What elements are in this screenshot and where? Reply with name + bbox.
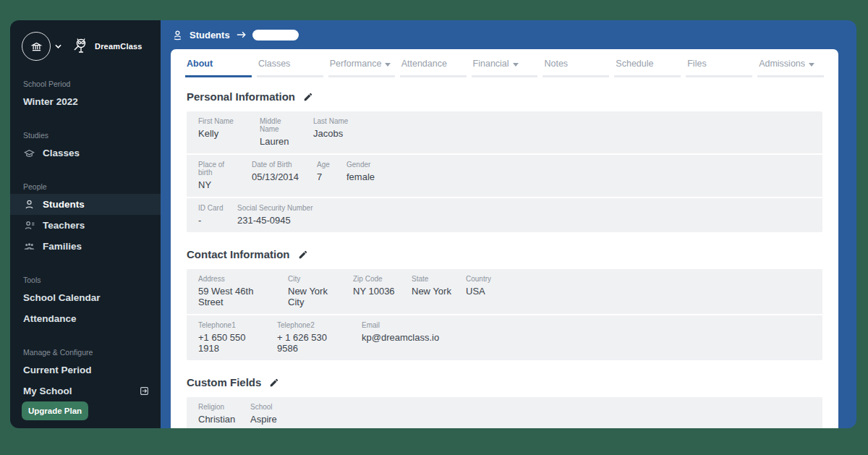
sidebar-item-winter-2022[interactable]: Winter 2022 xyxy=(10,91,161,112)
sidebar-section-school-period: School Period Winter 2022 xyxy=(10,80,161,112)
sidebar-item-my-school[interactable]: My School xyxy=(10,380,161,401)
institution-icon xyxy=(30,41,43,52)
student-icon xyxy=(23,200,35,210)
chevron-down-icon[interactable] xyxy=(55,44,61,48)
section-title: Contact Information xyxy=(187,248,290,260)
tab-files[interactable]: Files xyxy=(686,49,752,77)
teacher-icon xyxy=(23,221,35,230)
panel-row: Address 59 West 46th Street City New Yor… xyxy=(187,269,822,314)
section-label: School Period xyxy=(10,80,161,91)
sidebar-section-tools: Tools School Calendar Attendance xyxy=(10,276,161,329)
sidebar-item-teachers[interactable]: Teachers xyxy=(10,215,161,236)
sidebar-item-label: Classes xyxy=(43,148,80,158)
brand-name: DreamClass xyxy=(95,42,142,51)
breadcrumb: Students xyxy=(161,20,856,49)
sidebar-section-studies: Studies Classes xyxy=(10,131,161,163)
field-place-of-birth: Place of birth NY xyxy=(198,161,252,190)
field-city: City New York City xyxy=(288,275,353,307)
sidebar: DreamClass School Period Winter 2022 Stu… xyxy=(10,20,161,428)
panel-row: Place of birth NY Date of Birth 05/13/20… xyxy=(187,153,822,197)
sidebar-item-current-period[interactable]: Current Period xyxy=(10,360,161,380)
field-age: Age 7 xyxy=(317,161,346,190)
field-id-card: ID Card - xyxy=(198,204,237,226)
desktop-frame: DreamClass School Period Winter 2022 Stu… xyxy=(0,0,868,455)
brand-logo: DreamClass xyxy=(72,37,142,56)
tab-bar: About Classes Performance Attendance Fin… xyxy=(171,49,838,77)
field-ssn: Social Security Number 231-45-0945 xyxy=(237,204,324,226)
arrow-right-icon xyxy=(237,31,246,38)
field-state: State New York xyxy=(412,275,466,307)
tab-classes[interactable]: Classes xyxy=(257,49,323,77)
section-label: People xyxy=(10,182,161,194)
field-religion: Religion Christian xyxy=(198,403,250,425)
tab-attendance[interactable]: Attendance xyxy=(400,49,467,77)
student-name-redacted-pill xyxy=(252,30,299,41)
tab-performance[interactable]: Performance xyxy=(328,49,395,77)
sidebar-item-label: School Calendar xyxy=(23,292,101,303)
field-address: Address 59 West 46th Street xyxy=(198,275,288,307)
field-first-name: First Name Kelly xyxy=(198,117,260,147)
personal-info-panel: First Name Kelly Middle Name Lauren Last… xyxy=(187,111,822,232)
contact-info-panel: Address 59 West 46th Street City New Yor… xyxy=(187,269,822,360)
field-country: Country USA xyxy=(466,275,503,307)
custom-fields-header: Custom Fields xyxy=(187,376,822,388)
field-school: School Aspire xyxy=(250,403,289,425)
field-last-name: Last Name Jacobs xyxy=(313,117,359,147)
personal-info-header: Personal Information xyxy=(187,90,822,103)
chevron-down-icon xyxy=(513,63,519,67)
sidebar-item-label: Families xyxy=(43,241,82,252)
sidebar-item-school-calendar[interactable]: School Calendar xyxy=(10,287,161,308)
sidebar-item-label: Winter 2022 xyxy=(23,96,78,107)
panel-row: Religion Christian School Aspire xyxy=(187,397,822,428)
field-email: Email kp@dreamclass.io xyxy=(362,321,451,354)
tab-notes[interactable]: Notes xyxy=(542,49,609,77)
panel-row: First Name Kelly Middle Name Lauren Last… xyxy=(187,111,822,153)
app-window: DreamClass School Period Winter 2022 Stu… xyxy=(10,20,856,428)
sidebar-item-label: My School xyxy=(23,386,72,396)
section-title: Custom Fields xyxy=(187,376,261,388)
external-link-icon xyxy=(140,386,149,396)
graduation-cap-icon xyxy=(23,149,35,158)
edit-pencil-icon[interactable] xyxy=(303,92,313,102)
tab-admissions[interactable]: Admissions xyxy=(757,49,824,77)
field-zip-code: Zip Code NY 10036 xyxy=(353,275,412,307)
sidebar-item-families[interactable]: Families xyxy=(10,236,161,257)
field-gender: Gender female xyxy=(346,161,386,190)
field-date-of-birth: Date of Birth 05/13/2014 xyxy=(252,161,317,190)
section-label: Studies xyxy=(10,131,161,143)
families-icon xyxy=(23,242,35,251)
section-label: Manage & Configure xyxy=(10,348,161,360)
sidebar-header: DreamClass xyxy=(10,20,161,61)
contact-info-header: Contact Information xyxy=(187,248,822,260)
custom-fields-panel: Religion Christian School Aspire xyxy=(187,397,822,428)
tab-about[interactable]: About xyxy=(185,49,252,77)
edit-pencil-icon[interactable] xyxy=(298,250,308,260)
tab-schedule[interactable]: Schedule xyxy=(614,49,681,77)
sidebar-item-attendance[interactable]: Attendance xyxy=(10,308,161,329)
sidebar-item-students[interactable]: Students xyxy=(10,194,161,215)
sidebar-item-classes[interactable]: Classes xyxy=(10,143,161,163)
upgrade-plan-button[interactable]: Upgrade Plan xyxy=(22,401,88,420)
panel-row: ID Card - Social Security Number 231-45-… xyxy=(187,197,822,232)
field-telephone2: Telephone2 + 1 626 530 9586 xyxy=(277,321,362,354)
tab-financial[interactable]: Financial xyxy=(472,49,538,77)
chevron-down-icon xyxy=(809,63,814,67)
main-area: Students About Classes Performance Atten… xyxy=(161,20,856,428)
field-telephone1: Telephone1 +1 650 550 1918 xyxy=(198,321,277,354)
chevron-down-icon xyxy=(385,63,391,67)
sidebar-section-people: People Students Teachers xyxy=(10,182,161,257)
panel-row: Telephone1 +1 650 550 1918 Telephone2 + … xyxy=(187,314,822,360)
owl-logo-icon xyxy=(72,37,90,56)
sidebar-section-manage: Manage & Configure Current Period My Sch… xyxy=(10,348,161,401)
about-tab-content: Personal Information First Name Kelly xyxy=(171,77,838,428)
sidebar-item-label: Current Period xyxy=(23,365,92,375)
field-middle-name: Middle Name Lauren xyxy=(260,117,313,147)
student-detail-card: About Classes Performance Attendance Fin… xyxy=(171,49,838,428)
edit-pencil-icon[interactable] xyxy=(269,378,279,388)
section-label: Tools xyxy=(10,276,161,287)
breadcrumb-students[interactable]: Students xyxy=(190,30,230,41)
sidebar-item-label: Attendance xyxy=(23,313,77,324)
section-title: Personal Information xyxy=(187,90,295,103)
school-switcher[interactable] xyxy=(22,32,51,61)
sidebar-item-label: Students xyxy=(43,199,85,210)
